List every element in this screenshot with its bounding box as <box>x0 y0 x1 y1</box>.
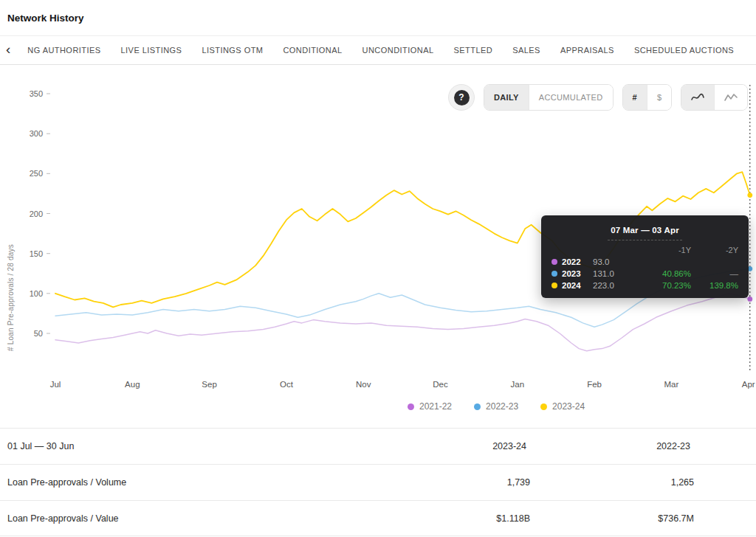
tooltip-1y-change: 40.86% <box>630 269 691 278</box>
table-period-label: 01 Jul — 30 Jun <box>7 441 394 451</box>
tab-sales[interactable]: SALES <box>512 46 540 55</box>
sharp-line-button[interactable] <box>714 85 747 110</box>
legend-item-2022-23[interactable]: 2022-23 <box>474 401 518 412</box>
svg-text:Aug: Aug <box>125 380 140 389</box>
legend-label: 2021-22 <box>419 401 452 412</box>
legend-dot-purple <box>408 403 414 410</box>
table-row: Loan Pre-approvals / Value $1.118B $736.… <box>0 500 756 536</box>
tab-unconditional[interactable]: UNCONDITIONAL <box>362 46 434 55</box>
svg-text:Dec: Dec <box>433 380 448 389</box>
legend-item-2023-24[interactable]: 2023-24 <box>540 401 585 412</box>
svg-text:Nov: Nov <box>356 380 371 389</box>
svg-text:350: 350 <box>30 89 43 98</box>
svg-text:Oct: Oct <box>280 380 294 389</box>
row-value: 1,739 <box>394 477 530 488</box>
smooth-line-button[interactable] <box>681 85 714 110</box>
daily-button[interactable]: DAILY <box>484 85 529 110</box>
svg-text:Feb: Feb <box>587 380 602 389</box>
legend-label: 2023-24 <box>552 401 585 412</box>
line-style-toggle-group <box>681 84 748 111</box>
tooltip-table: -1Y -2Y 2022 93.0 2023 131.0 40.86% — 20… <box>551 246 738 290</box>
row-value: 1,265 <box>530 477 694 488</box>
help-button[interactable]: ? <box>448 84 475 111</box>
tab-appraisals[interactable]: APPRAISALS <box>560 46 614 55</box>
tab-ng-authorities[interactable]: NG AUTHORITIES <box>27 46 100 55</box>
svg-text:300: 300 <box>30 129 43 138</box>
svg-text:150: 150 <box>30 249 43 258</box>
row-value: $1.118B <box>394 513 530 524</box>
svg-text:200: 200 <box>30 209 43 218</box>
svg-text:Apr: Apr <box>742 380 755 389</box>
table-col-2022-23: 2022-23 <box>530 441 694 451</box>
chart-toolbar: ? DAILY ACCUMULATED # $ 28 DAYS ▾ <box>448 84 756 111</box>
tooltip-2y-change: — <box>691 269 738 278</box>
mode-toggle-group: DAILY ACCUMULATED <box>484 84 614 111</box>
svg-text:250: 250 <box>30 169 43 178</box>
tab-bar: ‹ NG AUTHORITIES LIVE LISTINGS LISTINGS … <box>0 35 756 65</box>
series-end-dot-2023-24 <box>747 193 752 198</box>
tab-conditional[interactable]: CONDITIONAL <box>283 46 342 55</box>
svg-text:100: 100 <box>30 289 43 298</box>
tooltip-col-1y: -1Y <box>630 246 691 254</box>
table-header-row: 01 Jul — 30 Jun 2023-24 2022-23 <box>0 428 756 464</box>
y-axis-label: # Loan Pre-approvals / 28 days <box>7 244 15 351</box>
series-line-2021-22 <box>55 294 750 351</box>
tab-settled[interactable]: SETTLED <box>454 46 493 55</box>
count-unit-button[interactable]: # <box>623 85 647 110</box>
sharp-line-icon <box>724 92 738 103</box>
tooltip-dot-2024 <box>551 283 557 288</box>
dollar-unit-button[interactable]: $ <box>647 85 671 110</box>
chart-tooltip: 07 Mar — 03 Apr -1Y -2Y 2022 93.0 2023 1… <box>541 215 749 298</box>
tooltip-year: 2023 <box>562 269 591 278</box>
table-row: Loan Pre-approvals / Volume 1,739 1,265 <box>0 464 756 500</box>
chart-section: 35030025020015010050JulAugSepOctNovDecJa… <box>0 65 756 428</box>
tooltip-1y-change: 70.23% <box>630 281 691 290</box>
accumulated-button[interactable]: ACCUMULATED <box>529 85 613 110</box>
tab-listings-otm[interactable]: LISTINGS OTM <box>202 46 263 55</box>
row-value: $736.7M <box>530 513 694 524</box>
tooltip-value: 131.0 <box>591 269 630 278</box>
summary-table: 01 Jul — 30 Jun 2023-24 2022-23 Loan Pre… <box>0 428 756 536</box>
series-end-dot-2021-22 <box>747 297 752 302</box>
row-label: Loan Pre-approvals / Value <box>7 513 394 524</box>
smooth-line-icon <box>691 92 704 103</box>
row-label: Loan Pre-approvals / Volume <box>7 477 394 488</box>
svg-text:Sep: Sep <box>202 380 216 389</box>
tooltip-year: 2022 <box>562 257 591 266</box>
legend-item-2021-22[interactable]: 2021-22 <box>408 401 452 412</box>
tooltip-2y-change: 139.8% <box>691 281 738 290</box>
svg-text:Mar: Mar <box>664 380 678 389</box>
tooltip-col-2y: -2Y <box>691 246 738 254</box>
legend-dot-blue <box>474 403 481 410</box>
table-col-2023-24: 2023-24 <box>394 441 530 451</box>
tooltip-title: 07 Mar — 03 Apr <box>608 226 682 240</box>
tooltip-dot-2023 <box>551 271 557 277</box>
tab-live-listings[interactable]: LIVE LISTINGS <box>121 46 182 55</box>
unit-toggle-group: # $ <box>622 84 673 111</box>
tooltip-dot-2022 <box>551 259 557 265</box>
question-icon: ? <box>454 90 470 105</box>
tab-scheduled-auctions[interactable]: SCHEDULED AUCTIONS <box>634 46 734 55</box>
chart-legend: 2021-22 2022-23 2023-24 <box>408 401 585 412</box>
tooltip-year: 2024 <box>562 281 591 290</box>
back-chevron-icon[interactable]: ‹ <box>6 42 10 58</box>
page-header: Network History <box>0 0 756 35</box>
legend-dot-yellow <box>540 403 547 410</box>
svg-text:Jan: Jan <box>511 380 525 389</box>
tooltip-value: 223.0 <box>591 281 630 290</box>
legend-label: 2022-23 <box>486 401 518 412</box>
svg-text:50: 50 <box>34 329 43 338</box>
page-title: Network History <box>7 13 84 24</box>
svg-text:Jul: Jul <box>50 380 61 389</box>
tooltip-value: 93.0 <box>591 257 630 266</box>
